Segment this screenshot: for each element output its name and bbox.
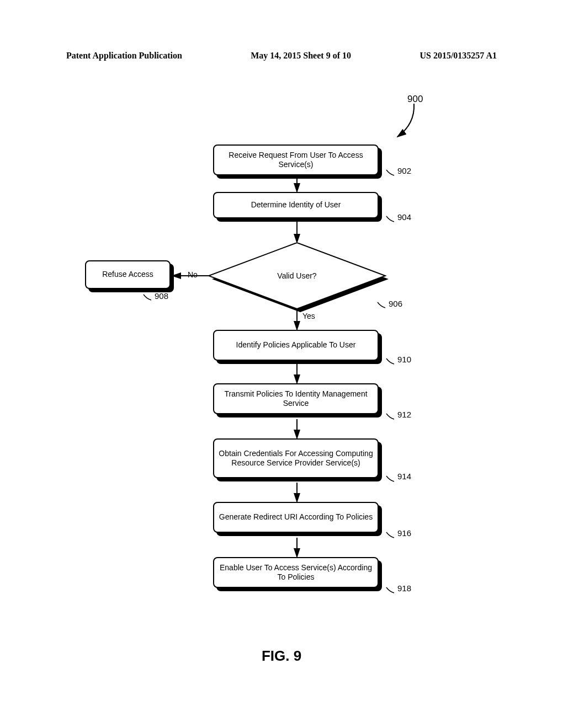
step-text: Enable User To Access Service(s) Accordi… [217,563,374,582]
ref-916: 916 [397,528,411,538]
page-header: Patent Application Publication May 14, 2… [0,51,563,61]
decision-valid-user: Valid User? [209,243,385,309]
step-text: Transmit Policies To Identity Management… [217,389,374,409]
step-refuse-access: Refuse Access [85,260,171,289]
header-right: US 2015/0135257 A1 [419,51,497,61]
no-label: No [188,270,198,279]
step-text: Identify Policies Applicable To User [236,340,356,350]
step-obtain-credentials: Obtain Credentials For Accessing Computi… [213,438,379,478]
ref-908: 908 [155,291,168,301]
header-left: Patent Application Publication [66,51,182,61]
step-identify-policies: Identify Policies Applicable To User [213,330,379,361]
step-determine-identity: Determine Identity of User [213,192,379,218]
step-generate-redirect: Generate Redirect URI According To Polic… [213,502,379,533]
step-text: Generate Redirect URI According To Polic… [219,512,373,522]
ref-902: 902 [397,166,411,175]
ref-910: 910 [397,355,411,364]
overall-ref: 900 [407,94,423,105]
figure-label: FIG. 9 [0,647,563,665]
yes-label: Yes [302,312,315,320]
header-center: May 14, 2015 Sheet 9 of 10 [182,51,420,61]
step-text: Obtain Credentials For Accessing Computi… [217,449,374,468]
ref-914: 914 [397,472,411,481]
step-text: Refuse Access [102,270,153,280]
step-text: Receive Request From User To Access Serv… [217,151,374,170]
step-enable-access: Enable User To Access Service(s) Accordi… [213,557,379,588]
step-receive-request: Receive Request From User To Access Serv… [213,144,379,175]
ref-912: 912 [397,410,411,419]
step-text: Determine Identity of User [251,200,341,210]
patent-page: Patent Application Publication May 14, 2… [0,0,563,728]
flow-arrows-icon [0,0,563,728]
decision-text: Valid User? [209,243,385,309]
ref-906: 906 [389,299,402,308]
step-transmit-policies: Transmit Policies To Identity Management… [213,383,379,414]
ref-918: 918 [397,584,411,593]
ref-904: 904 [397,212,411,222]
